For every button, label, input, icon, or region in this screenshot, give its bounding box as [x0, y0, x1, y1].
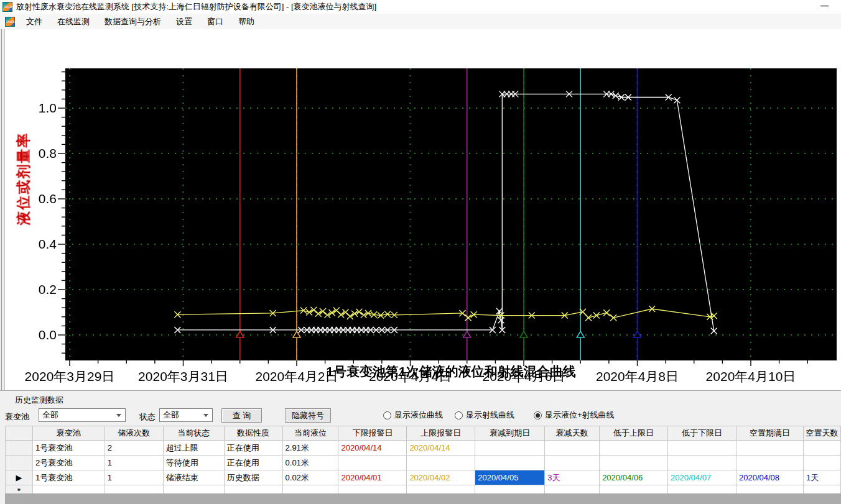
table-bottom-scroll-area[interactable]: [5, 493, 841, 504]
table-cell[interactable]: [545, 456, 600, 470]
table-cell[interactable]: 正在使用: [224, 441, 282, 456]
window-title: 放射性废水衰变池在线监测系统 [技术支持:上海仁日辐射防护设备有限公司] - […: [16, 1, 376, 12]
y-tick-label: 0.4: [19, 237, 57, 252]
column-header-空置期满日[interactable]: 空置期满日: [736, 426, 803, 441]
status-filter-select[interactable]: 全部: [159, 408, 213, 422]
column-header-下限报警日[interactable]: 下限报警日: [338, 426, 407, 441]
menu-item-0[interactable]: 文件: [19, 14, 50, 30]
table-cell[interactable]: [803, 456, 840, 470]
radio-unchecked-icon: [383, 411, 391, 419]
column-header-储液次数[interactable]: 储液次数: [105, 426, 163, 441]
table-cell[interactable]: 2020/04/08: [736, 470, 803, 485]
y-tick-label: 0.0: [19, 328, 57, 342]
column-header-上限报警日[interactable]: 上限报警日: [407, 426, 475, 441]
table-cell[interactable]: 超过上限: [163, 441, 224, 456]
column-header-selector[interactable]: [6, 426, 33, 441]
chart-title: 1号衰变池第1次储液的液位和射线混合曲线: [233, 363, 669, 380]
title-bar: 放射性废水衰变池在线监测系统 [技术支持:上海仁日辐射防护设备有限公司] - […: [0, 0, 841, 14]
y-tick-label: 1.0: [19, 101, 57, 116]
menu-bar: 文件在线监测数据查询与分析设置窗口帮助: [0, 14, 841, 30]
radio-label: 显示液位曲线: [394, 410, 443, 421]
table-cell[interactable]: [668, 441, 736, 456]
radio-display-mode-2[interactable]: 显示液位+射线曲线: [534, 410, 615, 421]
table-cell[interactable]: 1号衰变池: [32, 470, 105, 485]
table-cell[interactable]: [338, 456, 407, 470]
table-cell[interactable]: 2号衰变池: [32, 456, 105, 470]
current-row-indicator[interactable]: ▶: [6, 470, 33, 485]
column-header-低于下限日[interactable]: 低于下限日: [668, 426, 736, 441]
x-tick-label: 2020年3月31日: [124, 368, 243, 385]
query-button[interactable]: 查 询: [221, 408, 262, 423]
table-cell[interactable]: [668, 456, 736, 470]
table-cell[interactable]: 2020/04/07: [668, 470, 736, 485]
table-cell[interactable]: 2: [105, 441, 163, 456]
table-cell[interactable]: 1: [105, 470, 163, 485]
row-selector[interactable]: [6, 456, 33, 470]
menu-item-4[interactable]: 窗口: [200, 14, 231, 30]
pool-filter-value: 全部: [42, 410, 58, 421]
menu-item-1[interactable]: 在线监测: [50, 14, 97, 30]
x-tick-label: 2020年3月29日: [11, 368, 129, 385]
y-tick-label: 0.6: [19, 191, 57, 206]
column-header-低于上限日[interactable]: 低于上限日: [600, 426, 668, 441]
table-cell[interactable]: [407, 456, 475, 470]
table-cell[interactable]: [475, 456, 545, 470]
table-cell[interactable]: 储液结束: [163, 470, 224, 485]
chevron-down-icon: [116, 414, 121, 417]
table-cell[interactable]: 2020/04/05: [475, 470, 545, 485]
radio-display-mode-0[interactable]: 显示液位曲线: [383, 410, 443, 421]
table-cell[interactable]: 2020/04/02: [407, 470, 475, 485]
table-cell[interactable]: [600, 456, 668, 470]
status-filter-value: 全部: [163, 410, 179, 421]
table-cell[interactable]: 3天: [545, 470, 600, 485]
table-cell[interactable]: [545, 441, 600, 456]
table-cell[interactable]: 2020/04/14: [407, 441, 475, 456]
table-cell[interactable]: 等待使用: [163, 456, 224, 470]
table-cell[interactable]: 2020/04/06: [600, 470, 668, 485]
menu-item-2[interactable]: 数据查询与分析: [97, 14, 169, 30]
radio-display-mode-1[interactable]: 显示射线曲线: [455, 410, 514, 421]
pool-filter-label: 衰变池: [5, 411, 29, 423]
y-axis-label: 液位或剂量率: [14, 117, 34, 241]
chart-panel: 液位或剂量率 0.00.20.40.60.81.0 2020年3月29日2020…: [0, 29, 841, 390]
column-header-衰变池[interactable]: 衰变池: [32, 426, 105, 441]
row-selector[interactable]: [6, 441, 33, 456]
table-cell[interactable]: 正在使用: [224, 456, 282, 470]
table-cell[interactable]: [475, 441, 545, 456]
table-cell[interactable]: 历史数据: [224, 470, 282, 485]
y-tick-label: 0.2: [19, 282, 57, 297]
y-tick-label: 0.8: [19, 146, 57, 161]
column-header-当前状态[interactable]: 当前状态: [163, 426, 224, 441]
pool-filter-select[interactable]: 全部: [39, 408, 126, 422]
table-cell[interactable]: 2020/04/01: [338, 470, 407, 485]
table-cell[interactable]: 1: [105, 456, 163, 470]
minimize-icon[interactable]: —: [820, 1, 829, 10]
table-cell[interactable]: [600, 441, 668, 456]
app-icon: [2, 2, 12, 12]
column-header-衰减到期日[interactable]: 衰减到期日: [475, 426, 545, 441]
column-header-衰减天数[interactable]: 衰减天数: [545, 426, 600, 441]
table-cell[interactable]: [736, 441, 803, 456]
column-header-当前液位[interactable]: 当前液位: [282, 426, 338, 441]
radio-unchecked-icon: [455, 411, 463, 419]
table-cell[interactable]: 2.91米: [282, 441, 338, 456]
column-header-空置天数[interactable]: 空置天数: [803, 426, 840, 441]
table-cell[interactable]: 0.02米: [282, 470, 338, 485]
x-tick-label: 2020年4月10日: [692, 368, 810, 385]
history-table: 衰变池储液次数当前状态数据性质当前液位下限报警日上限报警日衰减到期日衰减天数低于…: [5, 426, 841, 497]
table-cell[interactable]: 0.01米: [282, 456, 338, 470]
history-panel: 历史监测数据 衰变池 全部 状态 全部 查 询 隐藏符号 显示液位曲线显示射线曲…: [0, 390, 841, 504]
table-cell[interactable]: [803, 441, 840, 456]
menu-item-5[interactable]: 帮助: [231, 14, 262, 30]
column-header-数据性质[interactable]: 数据性质: [224, 426, 282, 441]
status-filter-label: 状态: [139, 411, 156, 423]
menu-item-3[interactable]: 设置: [169, 14, 200, 30]
table-cell[interactable]: [736, 456, 803, 470]
table-cell[interactable]: 2020/04/14: [338, 441, 407, 456]
radio-label: 显示射线曲线: [466, 410, 514, 421]
chevron-down-icon: [203, 414, 208, 417]
table-cell[interactable]: 1天: [803, 470, 840, 485]
hide-symbols-button[interactable]: 隐藏符号: [285, 408, 331, 423]
table-cell[interactable]: 1号衰变池: [32, 441, 105, 456]
history-panel-title: 历史监测数据: [15, 395, 63, 406]
